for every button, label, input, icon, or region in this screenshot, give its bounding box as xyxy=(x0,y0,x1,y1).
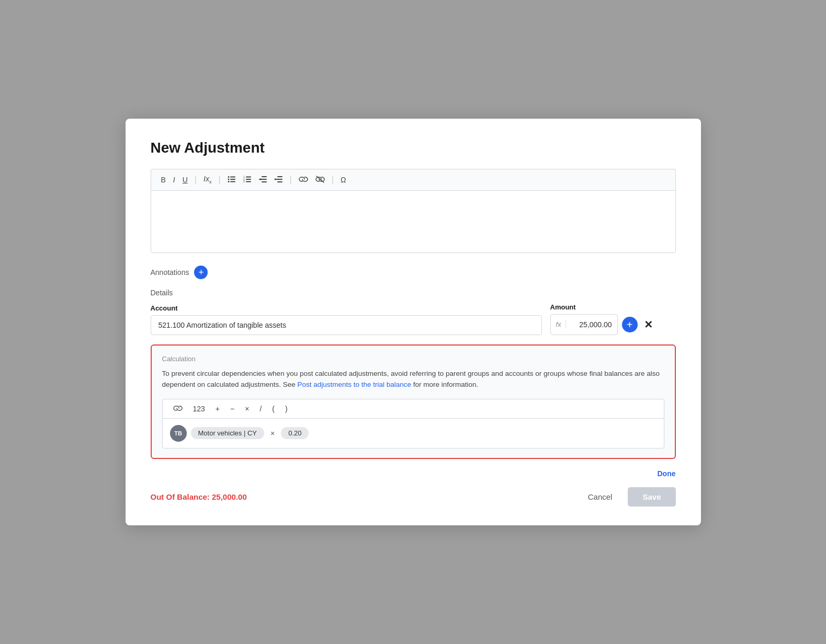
annotations-row: Annotations + xyxy=(151,266,676,279)
modal-title: New Adjustment xyxy=(151,140,676,156)
add-annotation-button[interactable]: + xyxy=(194,266,208,279)
calc-multiply-button[interactable]: × xyxy=(240,402,254,415)
svg-rect-3 xyxy=(230,179,235,180)
formula-multiply-operator: × xyxy=(268,429,277,438)
svg-point-2 xyxy=(228,178,229,180)
rte-body[interactable] xyxy=(151,190,676,253)
account-field: Account xyxy=(151,304,542,335)
indent-button[interactable] xyxy=(272,174,286,186)
svg-rect-5 xyxy=(230,181,235,182)
details-label: Details xyxy=(151,289,676,297)
svg-rect-16 xyxy=(277,176,282,177)
fx-icon: fx xyxy=(556,320,566,328)
remove-amount-button[interactable]: ✕ xyxy=(642,319,655,330)
done-row: Done xyxy=(151,469,676,478)
account-amount-row: Account Amount fx 25,000.00 + ✕ xyxy=(151,303,676,335)
outdent-button[interactable] xyxy=(256,174,270,186)
account-label: Account xyxy=(151,304,542,312)
rte-toolbar: B I U | Ixx | 1.2.3. | | Ω xyxy=(151,169,676,190)
svg-rect-12 xyxy=(262,176,267,177)
calc-divide-button[interactable]: / xyxy=(254,402,267,415)
formula-value-tag[interactable]: 0.20 xyxy=(281,427,309,439)
calc-123-button[interactable]: 123 xyxy=(188,402,210,415)
amount-box: fx 25,000.00 xyxy=(550,314,618,335)
new-adjustment-modal: New Adjustment B I U | Ixx | 1.2.3. | | … xyxy=(126,119,701,525)
amount-input-wrap: fx 25,000.00 + ✕ xyxy=(550,314,676,335)
cancel-button[interactable]: Cancel xyxy=(579,487,622,507)
toolbar-sep-3: | xyxy=(288,175,294,185)
omega-button[interactable]: Ω xyxy=(338,175,348,185)
numbered-list-button[interactable]: 1.2.3. xyxy=(241,174,254,186)
link-button[interactable] xyxy=(296,175,311,185)
calc-link[interactable]: Post adjustments to the trial balance xyxy=(297,381,411,388)
calc-formula-toolbar: 123 + − × / ( ) xyxy=(162,399,664,418)
bold-button[interactable]: B xyxy=(159,175,168,185)
account-input[interactable] xyxy=(151,315,542,335)
calc-minus-button[interactable]: − xyxy=(225,402,240,415)
italic-button[interactable]: I xyxy=(171,175,178,185)
toolbar-sep-2: | xyxy=(216,175,222,185)
calc-close-paren-button[interactable]: ) xyxy=(280,402,293,415)
calc-title: Calculation xyxy=(162,355,664,363)
calc-desc-text-2: for more information. xyxy=(411,381,478,388)
done-button[interactable]: Done xyxy=(658,469,676,478)
svg-point-4 xyxy=(228,181,229,182)
calc-open-paren-button[interactable]: ( xyxy=(267,402,280,415)
footer-buttons: Cancel Save xyxy=(579,487,676,507)
svg-marker-15 xyxy=(259,178,261,180)
bullet-list-button[interactable] xyxy=(225,174,239,186)
annotations-label: Annotations xyxy=(151,268,189,277)
amount-value: 25,000.00 xyxy=(570,320,612,329)
unlink-button[interactable] xyxy=(313,174,327,186)
formula-account-tag[interactable]: Motor vehicles | CY xyxy=(191,427,264,439)
footer-row: Out Of Balance: 25,000.00 Cancel Save xyxy=(151,487,676,507)
svg-text:3.: 3. xyxy=(243,180,245,183)
toolbar-sep-4: | xyxy=(330,175,336,185)
underline-button[interactable]: U xyxy=(180,175,190,185)
toolbar-sep-1: | xyxy=(193,175,199,185)
out-of-balance-label: Out Of Balance: 25,000.00 xyxy=(151,492,247,501)
add-amount-button[interactable]: + xyxy=(622,317,638,332)
calc-plus-button[interactable]: + xyxy=(210,402,225,415)
calc-description: To prevent circular dependencies when yo… xyxy=(162,368,664,390)
clear-format-button[interactable]: Ixx xyxy=(201,174,214,186)
save-button[interactable]: Save xyxy=(628,487,675,507)
svg-rect-1 xyxy=(230,176,235,177)
calc-link-button[interactable] xyxy=(168,402,188,415)
amount-label: Amount xyxy=(550,303,676,311)
svg-point-0 xyxy=(228,176,229,178)
tb-badge: TB xyxy=(170,425,187,442)
svg-marker-19 xyxy=(275,178,277,180)
svg-rect-18 xyxy=(277,181,282,182)
svg-rect-7 xyxy=(246,176,251,177)
calc-formula-area[interactable]: TB Motor vehicles | CY × 0.20 xyxy=(162,418,664,448)
svg-rect-9 xyxy=(246,179,251,180)
calculation-box: Calculation To prevent circular dependen… xyxy=(151,344,676,459)
amount-field: Amount fx 25,000.00 + ✕ xyxy=(550,303,676,335)
svg-rect-11 xyxy=(246,181,251,182)
svg-rect-14 xyxy=(262,181,267,182)
